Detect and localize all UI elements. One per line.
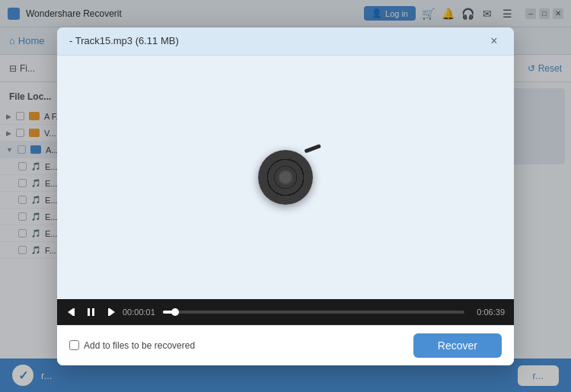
play-pause-button[interactable]	[85, 305, 98, 319]
svg-marker-0	[68, 308, 73, 316]
player-controls	[66, 305, 116, 319]
checkbox-label-text: Add to files to be recovered	[84, 340, 195, 351]
modal-footer: Add to files to be recovered Recover	[57, 325, 514, 365]
modal-body	[57, 56, 514, 299]
svg-rect-5	[108, 308, 110, 316]
vinyl-center	[278, 170, 293, 185]
modal-overlay: - Track15.mp3 (6.11 MB) ×	[0, 0, 571, 392]
media-player: 00:00:01 0:06:39	[57, 299, 514, 325]
modal-header: - Track15.mp3 (6.11 MB) ×	[57, 27, 514, 56]
forward-button[interactable]	[103, 305, 116, 319]
rewind-button[interactable]	[66, 305, 80, 319]
progress-thumb[interactable]	[171, 308, 179, 316]
svg-rect-1	[73, 308, 75, 316]
recover-button[interactable]: Recover	[413, 333, 502, 358]
player-current-time: 00:00:01	[123, 308, 157, 317]
add-to-recovery-checkbox[interactable]	[69, 340, 79, 350]
player-total-time: 0:06:39	[471, 308, 505, 317]
audio-icon	[255, 147, 316, 208]
svg-rect-3	[92, 308, 94, 316]
svg-rect-2	[88, 308, 90, 316]
vinyl-needle	[304, 144, 321, 153]
player-progress-bar[interactable]	[163, 311, 464, 314]
vinyl-disc	[258, 150, 313, 205]
modal-close-button[interactable]: ×	[486, 33, 502, 49]
svg-marker-4	[110, 308, 115, 316]
add-to-recovery-label[interactable]: Add to files to be recovered	[69, 340, 195, 351]
modal-title: - Track15.mp3 (6.11 MB)	[69, 35, 179, 46]
preview-modal: - Track15.mp3 (6.11 MB) ×	[57, 27, 514, 365]
